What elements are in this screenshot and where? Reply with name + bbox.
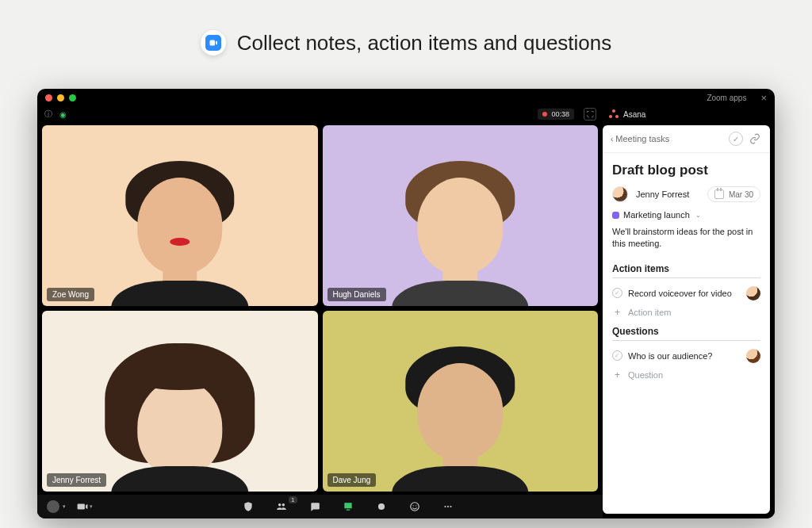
chevron-down-icon: ⌄ (695, 212, 701, 219)
back-label: Meeting tasks (615, 134, 669, 143)
video-tile[interactable]: Dave Jung (323, 311, 599, 492)
action-item-text: Record voiceover for video (628, 289, 741, 298)
video-button[interactable]: ▾ (72, 498, 98, 515)
due-date-button[interactable]: Mar 30 (707, 186, 760, 202)
minimize-window-icon[interactable] (57, 94, 64, 101)
assignee-avatar-icon[interactable] (746, 349, 760, 363)
share-screen-button[interactable] (335, 498, 361, 515)
record-button[interactable] (369, 498, 394, 515)
svg-point-2 (412, 505, 413, 506)
svg-point-4 (444, 506, 446, 507)
app-window: Zoom apps × ⓘ ◉ 00:38 ⛶ Zoe Wong (37, 89, 775, 518)
section-questions-title: Questions (612, 326, 760, 341)
participant-face-icon (94, 343, 265, 492)
participant-face-icon (375, 158, 546, 306)
action-item-row[interactable]: ✓ Record voiceover for video (612, 283, 760, 304)
back-button[interactable]: ‹ Meeting tasks (611, 134, 669, 143)
question-row[interactable]: ✓ Who is our audience? (612, 346, 760, 366)
assignee-avatar-icon[interactable] (612, 186, 628, 202)
window-titlebar: Zoom apps × (37, 89, 775, 106)
svg-point-5 (446, 506, 448, 507)
zoom-toolbar: ▾ ▾ 1 (37, 495, 603, 518)
more-button[interactable] (435, 498, 461, 515)
plus-icon: + (612, 369, 622, 381)
assignee-avatar-icon[interactable] (746, 286, 760, 300)
video-tile[interactable]: Jenny Forrest (42, 311, 318, 492)
video-area: ⓘ ◉ 00:38 ⛶ Zoe Wong (37, 106, 603, 518)
project-name: Marketing launch (623, 210, 690, 220)
svg-point-3 (416, 505, 416, 506)
calendar-icon (714, 189, 724, 199)
task-panel: ‹ Meeting tasks ✓ Draft blog post Jenny … (603, 125, 770, 514)
complete-task-icon[interactable]: ✓ (729, 132, 743, 146)
participants-button[interactable]: 1 (269, 498, 294, 515)
maximize-window-icon[interactable] (69, 94, 76, 101)
asana-header: Asana (603, 106, 775, 122)
asana-logo-icon (609, 109, 619, 119)
traffic-lights[interactable] (45, 94, 76, 101)
asana-side-panel: Asana ‹ Meeting tasks ✓ Draft blog post (603, 106, 775, 518)
add-question-button[interactable]: + Question (612, 366, 760, 388)
close-window-icon[interactable] (45, 94, 52, 101)
project-chip[interactable]: Marketing launch ⌄ (612, 210, 701, 220)
timer-value: 00:38 (551, 110, 569, 118)
self-avatar-icon (47, 500, 59, 513)
participant-name: Jenny Forrest (47, 473, 106, 487)
participant-face-icon (94, 158, 265, 306)
svg-point-6 (450, 506, 451, 507)
assignee-name[interactable]: Jenny Forrest (636, 189, 689, 199)
video-topbar: ⓘ ◉ 00:38 ⛶ (37, 106, 603, 122)
recording-timer: 00:38 (538, 109, 574, 120)
panel-close-icon[interactable]: × (760, 92, 767, 104)
video-tile[interactable]: Zoe Wong (42, 125, 318, 306)
zoom-logo-icon (201, 30, 226, 55)
view-layout-button[interactable]: ⛶ (584, 108, 596, 121)
add-action-item-button[interactable]: + Action item (612, 304, 760, 326)
titlebar-label: Zoom apps (707, 94, 760, 102)
panel-top: ‹ Meeting tasks ✓ (603, 125, 770, 153)
add-action-item-label: Action item (628, 308, 671, 317)
svg-point-0 (377, 503, 384, 510)
encryption-shield-icon[interactable]: ◉ (58, 109, 67, 119)
mute-button[interactable]: ▾ (44, 498, 69, 515)
chevron-left-icon: ‹ (611, 135, 613, 143)
video-grid: Zoe Wong Hugh Daniels Jenny Forrest (37, 122, 603, 495)
participant-name: Hugh Daniels (327, 288, 386, 301)
check-circle-icon[interactable]: ✓ (612, 350, 622, 361)
task-description[interactable]: We'll brainstorm ideas for the post in t… (612, 226, 760, 251)
video-tile[interactable]: Hugh Daniels (323, 125, 599, 306)
svg-point-1 (410, 503, 419, 511)
check-circle-icon[interactable]: ✓ (612, 288, 622, 298)
section-action-items-title: Action items (612, 263, 760, 278)
participant-count: 1 (289, 496, 297, 503)
chat-button[interactable] (302, 498, 327, 515)
plus-icon: + (612, 307, 622, 318)
project-color-icon (612, 212, 619, 219)
promo-header: Collect notes, action items and question… (0, 0, 812, 75)
promo-title: Collect notes, action items and question… (237, 31, 612, 55)
asana-app-name: Asana (623, 110, 645, 119)
participant-face-icon (375, 343, 546, 492)
task-title[interactable]: Draft blog post (612, 163, 760, 178)
info-icon[interactable]: ⓘ (44, 109, 53, 119)
add-question-label: Question (628, 370, 663, 380)
security-button[interactable] (236, 498, 261, 515)
reactions-button[interactable] (402, 498, 427, 515)
participant-name: Zoe Wong (47, 288, 94, 301)
record-dot-icon (542, 112, 547, 117)
copy-link-icon[interactable] (748, 132, 762, 146)
due-date: Mar 30 (729, 190, 753, 199)
participant-name: Dave Jung (327, 473, 377, 487)
question-text: Who is our audience? (628, 351, 741, 361)
